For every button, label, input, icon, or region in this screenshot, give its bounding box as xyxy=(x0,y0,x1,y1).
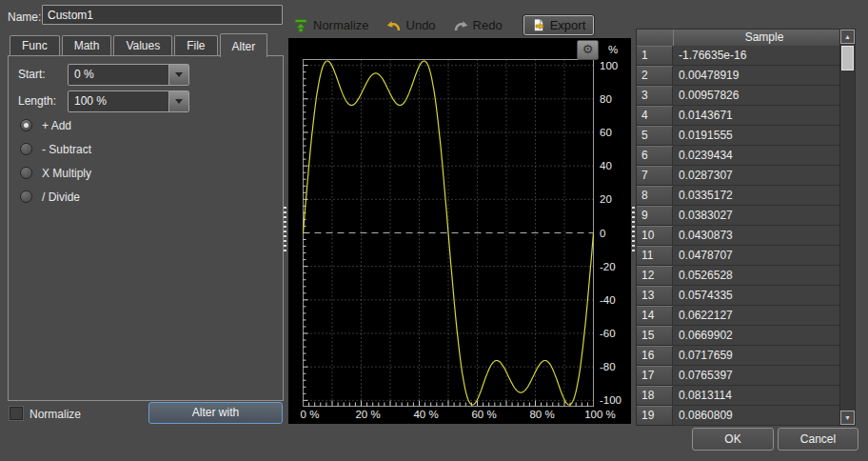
row-index-cell[interactable]: 17 xyxy=(637,366,673,386)
sample-value-cell[interactable]: 0.0717659 xyxy=(673,346,839,366)
row-index-cell[interactable]: 13 xyxy=(637,286,673,306)
svg-text:80: 80 xyxy=(600,93,612,105)
length-dropdown-button[interactable] xyxy=(168,91,188,111)
table-row: 60.0239434 xyxy=(637,146,839,166)
row-index-cell[interactable]: 12 xyxy=(637,266,673,286)
sample-value-cell[interactable]: 0.0191555 xyxy=(673,126,839,146)
gear-icon: ⚙ xyxy=(582,42,594,56)
table-row: 90.0383027 xyxy=(637,206,839,226)
row-index-cell[interactable]: 9 xyxy=(637,206,673,226)
sample-value-cell[interactable]: 0.0765397 xyxy=(673,366,839,386)
name-input[interactable] xyxy=(42,5,283,25)
tab-func[interactable]: Func xyxy=(10,35,60,56)
chevron-down-icon xyxy=(175,99,183,108)
alter-with-button[interactable]: Alter with xyxy=(148,402,283,424)
tab-alter[interactable]: Alter xyxy=(220,33,268,57)
row-index-cell[interactable]: 3 xyxy=(637,86,673,106)
waveform-plot[interactable]: 0 %20 %40 %60 %80 %100 %100806040200-20-… xyxy=(288,38,631,424)
row-index-cell[interactable]: 19 xyxy=(637,406,673,426)
scrollbar-thumb[interactable] xyxy=(841,46,854,70)
normalize-tool-button[interactable]: Normalize xyxy=(293,18,369,33)
export-button[interactable]: Export xyxy=(523,15,595,35)
radio-divide[interactable]: / Divide xyxy=(20,185,91,209)
radio-button-icon[interactable] xyxy=(20,143,32,155)
table-rows: 1-1.76635e-1620.0047891930.0095782640.01… xyxy=(637,46,839,426)
row-index-cell[interactable]: 15 xyxy=(637,326,673,346)
tab-file[interactable]: File xyxy=(174,35,217,56)
sample-value-cell[interactable]: 0.0622127 xyxy=(673,306,839,326)
svg-text:-80: -80 xyxy=(600,361,616,372)
svg-text:80 %: 80 % xyxy=(529,409,554,420)
sample-value-cell[interactable]: 0.00478919 xyxy=(673,66,839,86)
sample-table: Sample 1-1.76635e-1620.0047891930.009578… xyxy=(636,29,856,426)
splitter-handle-left[interactable] xyxy=(284,207,286,254)
row-index-cell[interactable]: 10 xyxy=(637,226,673,246)
row-index-cell[interactable]: 4 xyxy=(637,106,673,126)
svg-text:60 %: 60 % xyxy=(471,409,496,420)
export-file-icon xyxy=(532,18,545,32)
svg-text:-100: -100 xyxy=(600,394,621,406)
row-index-cell[interactable]: 2 xyxy=(637,66,673,86)
radio-button-icon[interactable] xyxy=(20,167,32,179)
sample-value-cell[interactable]: 0.00957826 xyxy=(673,86,839,106)
normalize-checkbox[interactable] xyxy=(10,407,23,420)
table-row: 1-1.76635e-16 xyxy=(637,46,839,66)
sample-value-cell[interactable]: 0.0669902 xyxy=(673,326,839,346)
radio-subtract[interactable]: - Subtract xyxy=(20,137,91,161)
row-index-cell[interactable]: 8 xyxy=(637,186,673,206)
radio-add[interactable]: + Add xyxy=(20,113,91,137)
table-row: 180.0813114 xyxy=(637,386,839,406)
redo-button[interactable]: Redo xyxy=(453,18,503,33)
row-index-cell[interactable]: 7 xyxy=(637,166,673,186)
radio-multiply[interactable]: X Multiply xyxy=(20,161,91,185)
plot-settings-button[interactable]: ⚙ xyxy=(577,40,599,60)
sample-column-header[interactable]: Sample xyxy=(674,30,855,46)
row-index-cell[interactable]: 6 xyxy=(637,146,673,166)
tab-math[interactable]: Math xyxy=(62,35,112,56)
row-index-cell[interactable]: 5 xyxy=(637,126,673,146)
sample-value-cell[interactable]: -1.76635e-16 xyxy=(673,46,839,66)
alter-tab-panel: Start: 0 % Length: 100 % + Add- Subtract… xyxy=(8,55,284,401)
scroll-up-button[interactable]: ▲ xyxy=(840,30,855,44)
sample-value-cell[interactable]: 0.0383027 xyxy=(673,206,839,226)
table-row: 80.0335172 xyxy=(637,186,839,206)
row-index-cell[interactable]: 14 xyxy=(637,306,673,326)
sample-value-cell[interactable]: 0.0526528 xyxy=(673,266,839,286)
table-header: Sample xyxy=(637,30,855,47)
row-index-cell[interactable]: 16 xyxy=(637,346,673,366)
row-index-cell[interactable]: 1 xyxy=(637,46,673,66)
radio-label: - Subtract xyxy=(42,143,91,156)
sample-value-cell[interactable]: 0.0860809 xyxy=(673,406,839,426)
row-index-cell[interactable]: 11 xyxy=(637,246,673,266)
ok-button[interactable]: OK xyxy=(692,428,774,451)
undo-icon xyxy=(386,18,402,33)
sample-value-cell[interactable]: 0.0813114 xyxy=(673,386,839,406)
length-dropdown-value: 100 % xyxy=(69,91,168,111)
splitter-handle-right[interactable] xyxy=(632,207,635,254)
start-dropdown-button[interactable] xyxy=(168,65,188,85)
sample-value-cell[interactable]: 0.0574335 xyxy=(673,286,839,306)
table-row: 150.0669902 xyxy=(637,326,839,346)
length-dropdown[interactable]: 100 % xyxy=(68,90,189,112)
row-index-cell[interactable]: 18 xyxy=(637,386,673,406)
table-scrollbar[interactable]: ▲ ▼ xyxy=(839,30,855,425)
table-row: 160.0717659 xyxy=(637,346,839,366)
svg-text:40 %: 40 % xyxy=(413,409,438,420)
svg-text:20: 20 xyxy=(600,193,612,205)
sample-value-cell[interactable]: 0.0287307 xyxy=(673,166,839,186)
sample-value-cell[interactable]: 0.0239434 xyxy=(673,146,839,166)
radio-button-icon[interactable] xyxy=(20,190,32,203)
sample-value-cell[interactable]: 0.0335172 xyxy=(673,186,839,206)
scroll-down-button[interactable]: ▼ xyxy=(840,411,855,425)
table-row: 30.00957826 xyxy=(637,86,839,106)
radio-button-icon[interactable] xyxy=(20,119,32,131)
undo-button[interactable]: Undo xyxy=(386,18,436,33)
svg-text:40: 40 xyxy=(600,160,612,171)
sample-value-cell[interactable]: 0.0478707 xyxy=(673,246,839,266)
cancel-button[interactable]: Cancel xyxy=(778,428,858,451)
sample-value-cell[interactable]: 0.0143671 xyxy=(673,106,839,126)
table-row: 130.0574335 xyxy=(637,286,839,306)
tab-values[interactable]: Values xyxy=(113,35,172,56)
sample-value-cell[interactable]: 0.0430873 xyxy=(673,226,839,246)
start-dropdown[interactable]: 0 % xyxy=(68,64,189,86)
